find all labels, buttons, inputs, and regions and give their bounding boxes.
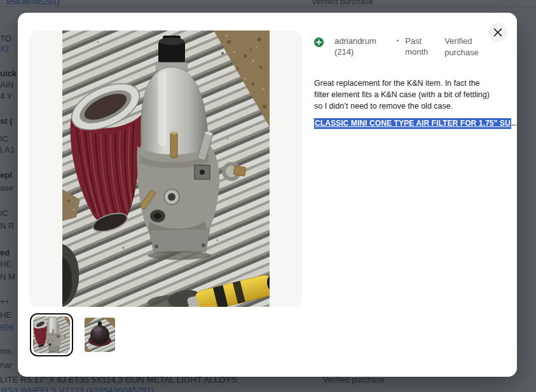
review-text: Great replacement for the K&N item. In f… bbox=[314, 78, 490, 112]
thumbnail-row bbox=[30, 313, 115, 357]
thumbnail-dome-filter[interactable] bbox=[85, 318, 115, 352]
close-icon bbox=[493, 28, 502, 37]
item-title-ellipsis: … bbox=[511, 119, 519, 128]
feedback-page: 85436045291) Verified purchase TO #2 uic… bbox=[0, 0, 536, 392]
review-header: adriandrum (214) • Past month Verified p… bbox=[314, 36, 502, 58]
verified-purchase-badge: Verified purchase bbox=[444, 36, 485, 58]
positive-feedback-icon bbox=[314, 37, 324, 47]
close-button[interactable] bbox=[488, 23, 507, 42]
photo-panel bbox=[29, 30, 302, 307]
thumbnail-carburetor-image bbox=[33, 316, 70, 353]
review-panel: adriandrum (214) • Past month Verified p… bbox=[314, 36, 502, 58]
thumbnail-carburetor[interactable] bbox=[30, 313, 73, 356]
review-photo[interactable] bbox=[62, 30, 270, 307]
item-title-link[interactable]: CLASSIC MINI CONE TYPE AIR FILTER FOR 1.… bbox=[314, 119, 519, 128]
review-text-line: so I didn’t need to remove the old case. bbox=[314, 100, 490, 112]
review-timestamp: Past month bbox=[405, 36, 436, 57]
separator-dot: • bbox=[397, 37, 399, 44]
review-photo-modal: adriandrum (214) • Past month Verified p… bbox=[18, 13, 517, 377]
review-text-line: filter element fits a K&N case (with a b… bbox=[314, 89, 490, 100]
review-text-line: Great replacement for the K&N item. In f… bbox=[314, 78, 490, 89]
thumbnail-dome-filter-image bbox=[85, 318, 115, 352]
reviewer-username: adriandrum (214) bbox=[334, 36, 389, 57]
item-title-selected-text: CLASSIC MINI CONE TYPE AIR FILTER FOR 1.… bbox=[314, 118, 511, 129]
